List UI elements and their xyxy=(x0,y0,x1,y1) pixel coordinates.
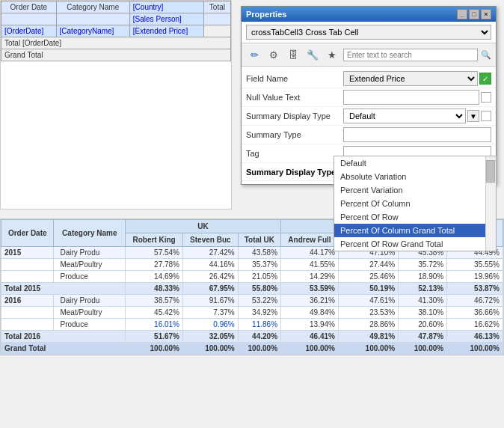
table-row: Meat/Poultry 45.42% 7.37% 34.92% 49.84% … xyxy=(1,307,503,319)
minimize-button[interactable]: _ xyxy=(457,9,467,19)
database-icon[interactable]: 🗄 xyxy=(285,46,301,63)
pencil-icon[interactable]: ✏ xyxy=(246,46,262,63)
gear-icon[interactable]: ⚙ xyxy=(265,46,282,63)
dropdown-item-percent-row-grand[interactable]: Percent Of Row Grand Total xyxy=(334,237,496,251)
summary-display-row: Summary Display Type Default ▼ xyxy=(242,107,496,126)
field-name-row: Field Name Extended Price ✓ xyxy=(242,70,496,88)
dropdown-list: Default Absolute Variation Percent Varia… xyxy=(334,156,496,251)
cell-tusa-produce-2016: 20.60% xyxy=(399,319,447,331)
table-row-total-2016: Total 2016 51.67% 32.05% 44.20% 46.41% 4… xyxy=(1,331,503,343)
designer-cell-category-name[interactable]: Category Name xyxy=(56,1,129,13)
field-name-label: Field Name xyxy=(246,74,343,83)
table-row: Produce 14.69% 26.42% 21.05% 14.29% 25.4… xyxy=(1,271,503,283)
summary-display-checkbox[interactable] xyxy=(481,111,491,121)
designer-cell-grand-total[interactable]: Grand Total xyxy=(1,49,231,61)
dropdown-scrollbar[interactable] xyxy=(485,156,496,251)
cell-tusa-meat-2015: 35.72% xyxy=(399,259,447,271)
cell-tuk-meat-2015: 35.37% xyxy=(238,259,280,271)
cell-tusa-dairy-2016: 41.30% xyxy=(399,295,447,307)
title-bar-buttons: _ □ × xyxy=(457,9,491,19)
designer-cell-row-total[interactable] xyxy=(203,25,230,37)
table-row: Meat/Poultry 27.78% 44.16% 35.37% 41.55%… xyxy=(1,259,503,271)
cell-sb-produce-2016: 0.96% xyxy=(183,319,239,331)
th-order-date: Order Date xyxy=(1,220,54,247)
dropdown-item-absolute-variation[interactable]: Absolute Variation xyxy=(334,170,496,183)
cell-year-empty4 xyxy=(1,319,54,331)
cell-year-empty2 xyxy=(1,271,54,283)
designer-cell-total-orderdate[interactable]: Total [OrderDate] xyxy=(1,37,231,49)
cell-af-dairy-2016: 36.21% xyxy=(281,295,339,307)
cell-tuk-total-2016: 44.20% xyxy=(238,331,280,343)
cell-year-2015: 2015 xyxy=(1,247,54,259)
cell-gt-meat-2015: 35.55% xyxy=(447,259,503,271)
cell-lc-grand: 100.00% xyxy=(338,343,398,355)
cell-dairy-2016: Dairy Produ xyxy=(54,295,126,307)
panel-header: crossTabCell3 Cross Tab Cell xyxy=(242,22,496,43)
cell-tusa-grand: 100.00% xyxy=(399,343,447,355)
star-icon[interactable]: ★ xyxy=(324,46,340,63)
cell-af-dairy-2015: 44.17% xyxy=(281,247,339,259)
summary-type-row: Summary Type xyxy=(242,126,496,144)
dropdown-item-percent-column-grand[interactable]: Percent Of Column Grand Total xyxy=(334,224,496,237)
cell-sb-total-2015: 67.95% xyxy=(183,283,239,295)
cell-rk-meat-2016: 45.42% xyxy=(126,307,183,319)
designer-cell-total[interactable]: Total xyxy=(203,1,230,13)
search-icon: 🔍 xyxy=(481,50,491,60)
designer-cell-orderdate[interactable]: [OrderDate] xyxy=(1,25,57,37)
cell-tuk-produce-2015: 21.05% xyxy=(238,271,280,283)
cell-tuk-grand: 100.00% xyxy=(238,343,280,355)
summary-type-input[interactable] xyxy=(343,127,491,142)
cell-rk-grand: 100.00% xyxy=(126,343,183,355)
dropdown-item-percent-row[interactable]: Percent Of Row xyxy=(334,210,496,224)
cell-tuk-meat-2016: 34.92% xyxy=(238,307,280,319)
field-name-checkbox[interactable]: ✓ xyxy=(479,73,491,85)
designer-cell-order-date[interactable]: Order Date xyxy=(1,1,57,13)
designer-cell-categoryname[interactable]: [CategoryName] xyxy=(56,25,129,37)
th-robert-king: Robert King xyxy=(126,233,183,247)
designer-cell-sales-person[interactable]: [Sales Person] xyxy=(129,13,203,25)
summary-display-select[interactable]: Default xyxy=(343,108,466,123)
cell-af-produce-2016: 13.94% xyxy=(281,319,339,331)
summary-display-dropdown-btn[interactable]: ▼ xyxy=(467,110,479,122)
close-button[interactable]: × xyxy=(481,9,491,19)
table-row: Produce 16.01% 0.96% 11.86% 13.94% 28.86… xyxy=(1,319,503,331)
search-input[interactable] xyxy=(343,49,478,61)
cell-af-meat-2016: 49.84% xyxy=(281,307,339,319)
th-total-uk: Total UK xyxy=(238,233,280,247)
dropdown-scroll-thumb[interactable] xyxy=(486,160,495,183)
cell-lc-meat-2015: 27.44% xyxy=(338,259,398,271)
dropdown-item-default[interactable]: Default xyxy=(334,156,496,170)
designer-cell-country[interactable]: [Country] xyxy=(129,1,203,13)
field-name-select[interactable]: Extended Price xyxy=(343,71,478,86)
null-value-input[interactable] xyxy=(343,90,479,105)
cell-af-meat-2015: 41.55% xyxy=(281,259,339,271)
th-category-name: Category Name xyxy=(54,220,126,247)
null-value-checkbox[interactable] xyxy=(481,92,491,103)
designer-cell-empty2 xyxy=(56,13,129,25)
null-value-row: Null Value Text xyxy=(242,88,496,107)
summary-display-bold-label: Summary Display Type xyxy=(246,168,343,177)
dropdown-item-percent-column[interactable]: Percent Of Column xyxy=(334,197,496,210)
dropdown-container: Default Absolute Variation Percent Varia… xyxy=(334,156,497,251)
cell-gt-grand: 100.00% xyxy=(447,343,503,355)
cell-sb-dairy-2015: 27.42% xyxy=(183,247,239,259)
tag-label: Tag xyxy=(246,149,343,158)
cell-meat-2016: Meat/Poultry xyxy=(54,307,126,319)
wrench-icon[interactable]: 🔧 xyxy=(304,46,321,63)
component-select[interactable]: crossTabCell3 Cross Tab Cell xyxy=(246,25,491,40)
cell-gt-dairy-2016: 46.72% xyxy=(447,295,503,307)
panel-title: Properties xyxy=(246,10,286,19)
cell-af-produce-2015: 14.29% xyxy=(281,271,339,283)
designer-cell-empty3 xyxy=(203,13,230,25)
dropdown-item-percent-variation[interactable]: Percent Variation xyxy=(334,183,496,197)
designer-area: Order Date Category Name [Country] Total… xyxy=(0,0,232,210)
cell-dairy-2015: Dairy Produ xyxy=(54,247,126,259)
null-value-label: Null Value Text xyxy=(246,93,343,102)
designer-cell-extended-price[interactable]: [Extended Price] xyxy=(129,25,203,37)
maximize-button[interactable]: □ xyxy=(469,9,479,19)
cell-sb-meat-2015: 44.16% xyxy=(183,259,239,271)
cell-produce-2015: Produce xyxy=(54,271,126,283)
cell-tuk-dairy-2015: 43.58% xyxy=(238,247,280,259)
panel-title-bar: Properties _ □ × xyxy=(242,7,496,22)
summary-display-label: Summary Display Type xyxy=(246,111,343,120)
